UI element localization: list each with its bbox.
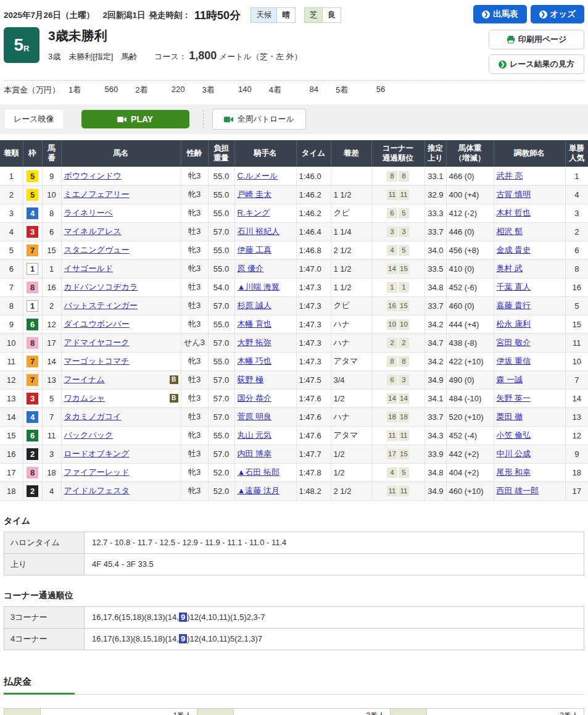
odds-button[interactable]: ❯ オッズ: [531, 5, 584, 23]
horse-name-link[interactable]: ライネリーベ: [64, 208, 114, 217]
finish-position: 1: [0, 167, 23, 185]
jockey-link[interactable]: 丸山 元気: [238, 430, 272, 440]
jockey-cell: C.ルメール: [234, 167, 296, 185]
horse-name-cell: アドマイヤコーク: [61, 333, 181, 352]
sex-age: 牝3: [181, 352, 208, 370]
horse-name-link[interactable]: アドマイヤコーク: [64, 338, 130, 347]
highlighted-horse-number: 9: [179, 634, 187, 643]
payout-amount: 230円: [97, 708, 164, 715]
win-popularity: 2: [565, 222, 588, 241]
jockey-link[interactable]: 荻野 極: [238, 375, 264, 384]
jockey-link[interactable]: ▲遠藤 汰月: [238, 486, 280, 495]
finish-position: 9: [0, 315, 23, 333]
trainer-link[interactable]: 尾形 和幸: [497, 467, 531, 477]
trainer-link[interactable]: 森 一誠: [497, 375, 523, 384]
jockey-link[interactable]: ▲石田 拓郎: [238, 467, 280, 477]
horse-name-link[interactable]: バックパック: [64, 430, 114, 440]
trainer-link[interactable]: 木村 哲也: [497, 208, 531, 217]
horse-name-link[interactable]: スタニングヴュー: [64, 245, 130, 254]
trainer-link[interactable]: 西田 雄一郎: [497, 486, 539, 495]
trainer-link[interactable]: 松永 康利: [497, 319, 531, 328]
finish-position: 3: [0, 204, 23, 222]
jockey-link[interactable]: ▲川端 海翼: [238, 282, 280, 291]
trainer-cell: 矢野 英一: [494, 389, 565, 408]
corner3-position: 10: [387, 319, 397, 330]
jockey-cell: 石川 裕紀人: [234, 222, 296, 241]
jockey-link[interactable]: 国分 恭介: [238, 393, 272, 403]
horse-name-link[interactable]: マイネルアレス: [64, 227, 122, 236]
jockey-link[interactable]: 木幡 育也: [238, 319, 272, 328]
horse-weight: 460 (0): [446, 296, 494, 315]
jockey-link[interactable]: 菅原 明良: [238, 412, 272, 421]
course-label: コース：: [154, 52, 187, 61]
frame-badge: 3: [27, 393, 38, 404]
trainer-link[interactable]: 矢野 英一: [497, 393, 531, 403]
entries-button[interactable]: ❯ 出馬表: [473, 5, 527, 23]
prize-item: 1着560: [68, 85, 135, 96]
trainer-link[interactable]: 金成 貴史: [497, 245, 531, 254]
trainer-link[interactable]: 小笠 倫弘: [497, 430, 531, 440]
trainer-link[interactable]: 相沢 郁: [497, 227, 523, 236]
last-3f-time: 34.7: [424, 333, 446, 352]
horse-name-link[interactable]: マーゴットコマチ: [64, 356, 130, 366]
horse-name-link[interactable]: カドバンソコヂカラ: [64, 282, 138, 291]
horse-name-link[interactable]: ミエノフェアリー: [64, 190, 130, 199]
last-time-label: 上り: [4, 553, 85, 575]
horse-name-link[interactable]: ボウウィンドウ: [64, 171, 122, 180]
corner4-position: 14: [399, 393, 409, 404]
trainer-link[interactable]: 宮田 敬介: [497, 338, 531, 347]
jockey-link[interactable]: 戸崎 圭太: [238, 190, 272, 199]
horse-name-link[interactable]: バットスティンガー: [64, 301, 138, 310]
frame-cell: 3: [23, 222, 42, 241]
jockey-link[interactable]: 杉原 誠人: [238, 301, 272, 310]
corner-positions: 1715: [371, 445, 424, 463]
jockey-link[interactable]: 木幡 巧也: [238, 356, 272, 366]
trainer-link[interactable]: 伊坂 重信: [497, 356, 531, 366]
horse-weight: 452 (-6): [446, 278, 494, 296]
trainer-link[interactable]: 古賀 慎明: [497, 190, 531, 199]
corner-positions: 1010: [371, 315, 424, 333]
jockey-link[interactable]: 内田 博幸: [238, 449, 272, 458]
horse-name-link[interactable]: アイドルフェスタ: [64, 486, 130, 495]
patrol-video-button[interactable]: 全周パトロール: [212, 109, 306, 130]
carried-weight: 52.0: [208, 482, 234, 500]
jockey-link[interactable]: R.キング: [238, 208, 270, 217]
horse-name-link[interactable]: タカミノガコイ: [64, 412, 122, 421]
finish-position: 15: [0, 426, 23, 445]
prize-amount: 560: [97, 85, 118, 96]
jockey-link[interactable]: 大野 拓弥: [238, 338, 272, 347]
result-guide-button[interactable]: ❯ レース結果の見方: [489, 54, 584, 74]
finish-position: 7: [0, 278, 23, 296]
corner3-position: 3: [387, 227, 397, 237]
margin: クビ: [331, 204, 371, 222]
jockey-link[interactable]: 伊藤 工真: [238, 245, 272, 254]
table-row: 15611バックパック牝355.0丸山 元気1:47.6アタマ111134.34…: [0, 426, 588, 445]
jockey-cell: 木幡 巧也: [234, 352, 296, 370]
corner3-position: 14: [387, 264, 397, 274]
horse-name-link[interactable]: ファイアーレッド: [64, 467, 130, 477]
jockey-link[interactable]: C.ルメール: [238, 171, 278, 180]
jockey-link[interactable]: 石川 裕紀人: [238, 227, 280, 236]
finish-position: 5: [0, 241, 23, 259]
trainer-link[interactable]: 千葉 直人: [497, 282, 531, 291]
trainer-link[interactable]: 中川 公成: [497, 449, 531, 458]
horse-number: 15: [42, 241, 61, 259]
finish-time: 1:47.3: [296, 333, 331, 352]
horse-name-link[interactable]: ダイユウボンバー: [64, 319, 130, 328]
horse-name-link[interactable]: ワカムシャ: [64, 393, 106, 403]
finish-position: 6: [0, 259, 23, 278]
horse-name-link[interactable]: ロードオブキング: [64, 449, 130, 458]
corner3-position: 4: [387, 467, 397, 478]
top-buttons: ❯ 出馬表 ❯ オッズ: [473, 5, 584, 23]
jockey-link[interactable]: 原 優介: [238, 264, 264, 273]
horse-name-link[interactable]: フーイナム: [64, 375, 105, 384]
print-page-button[interactable]: 印刷用ページ: [489, 30, 584, 49]
trainer-link[interactable]: 嘉藤 貴行: [497, 301, 531, 310]
payout-combination: 5-5: [233, 708, 290, 715]
payout-popularity: 1番人気: [164, 708, 197, 715]
trainer-link[interactable]: 奥村 武: [497, 264, 523, 273]
play-button[interactable]: PLAY: [81, 110, 189, 128]
horse-name-link[interactable]: イサゴールド: [64, 264, 114, 273]
trainer-link[interactable]: 武井 亮: [497, 171, 523, 180]
trainer-link[interactable]: 栗田 徹: [497, 412, 523, 421]
